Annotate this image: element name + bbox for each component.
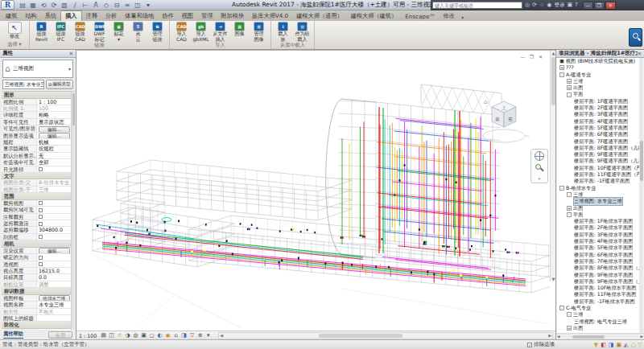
view-scale-button[interactable]: 1 : 100	[79, 333, 97, 339]
panel-label[interactable]: 导入	[171, 42, 270, 50]
visual-style-icon[interactable]: ◫	[108, 332, 115, 339]
canvas-vertical-scrollbar[interactable]: ▲ ▼	[550, 51, 555, 281]
drag-elements-icon[interactable]: ○	[631, 341, 636, 349]
tree-item[interactable]: -平面	[557, 211, 643, 218]
application-menu-button[interactable]: R	[1, 0, 14, 10]
measure-icon[interactable]: ∕	[70, 1, 80, 10]
drawing-area[interactable]: 上前右⌂ — ❐ ✕ ▾ ▲ ▼ 1 : 100 ▤◫☼◑◍▣◻◐◉⌂◨▽⊕▾ …	[76, 50, 555, 339]
collapse-icon[interactable]: -	[559, 72, 564, 77]
tree-item[interactable]: 楼层平面: 7F给排水平面图	[557, 258, 643, 265]
select-by-face-icon[interactable]: ◭	[624, 341, 628, 349]
tree-item[interactable]: 楼层平面: 2F暖通平面图	[557, 105, 643, 111]
temporary-view-icon[interactable]: ◨	[180, 332, 188, 339]
property-value[interactable]: 调整	[37, 281, 75, 287]
image-button[interactable]: ▦图像	[230, 22, 249, 37]
filter-icon[interactable]: ▼	[594, 341, 598, 349]
property-value[interactable]: 机械	[37, 139, 75, 145]
tab-建模大师（建筑）[interactable]: 建模大师（建筑）	[347, 11, 402, 21]
tab-体量和场地[interactable]: 体量和场地	[121, 11, 158, 21]
collapse-icon[interactable]: -	[567, 192, 572, 197]
tree-item-selected[interactable]: 三维视图: 水专业三维	[557, 198, 643, 204]
tab-管理[interactable]: 管理	[197, 11, 217, 21]
property-checkbox[interactable]	[39, 256, 43, 260]
expand-icon[interactable]: +	[559, 65, 564, 70]
navbar-caret-icon[interactable]: ▾	[539, 176, 541, 181]
shadows-icon[interactable]: ◑	[124, 332, 131, 339]
import-gbxml-button[interactable]: gb导入gbXML	[192, 22, 210, 42]
restore-button[interactable]: ❐	[594, 2, 605, 10]
tab-结构[interactable]: 结构	[21, 11, 40, 21]
tree-item[interactable]: 楼层平面: 6F暖通平面图	[557, 131, 643, 138]
browser-horizontal-scrollbar[interactable]: ◀ ▶	[556, 333, 644, 339]
text-icon[interactable]: A	[91, 1, 101, 10]
detail-level-icon[interactable]: ▤	[100, 332, 107, 339]
property-value[interactable]: 水专业三维	[37, 302, 75, 307]
subscription-icon[interactable]: ⟳	[532, 1, 537, 10]
property-section[interactable]: 文字▴	[2, 173, 75, 180]
selection-count-icon[interactable]: ▽	[638, 341, 642, 349]
tree-item[interactable]: -三维	[557, 311, 643, 318]
property-value[interactable]	[37, 207, 75, 212]
panel-label[interactable]: 链接	[31, 42, 168, 50]
tab-建模大师（通用）[interactable]: 建模大师（通用）	[292, 11, 347, 21]
expand-icon[interactable]: +	[567, 206, 572, 211]
tree-item[interactable]: 楼层平面: -1F暖通平面图	[557, 178, 643, 184]
property-value[interactable]	[37, 234, 75, 240]
property-value[interactable]: 三维	[37, 187, 75, 192]
select-links-icon[interactable]: ◧	[601, 341, 606, 349]
property-value[interactable]	[37, 254, 75, 260]
dwf-markup-button[interactable]: DWFDWF标记	[90, 22, 109, 42]
property-value[interactable]: 1 : 100	[37, 99, 75, 105]
property-checkbox[interactable]	[39, 201, 43, 205]
property-value[interactable]: 100	[37, 105, 75, 111]
tree-item[interactable]: 楼层平面: 9F暖通平面图（儿童）	[557, 158, 643, 164]
help-icon[interactable]: ?	[575, 1, 578, 10]
tree-item[interactable]: 楼层平面: 10F给排水平面图（产科）	[557, 285, 643, 291]
properties-scrollbar[interactable]	[71, 92, 75, 330]
property-checkbox[interactable]	[39, 222, 43, 226]
tree-item[interactable]: 楼层平面: 9F给排水平面图	[557, 272, 643, 278]
import-cad-button[interactable]: CAD导入CAD	[172, 22, 191, 42]
insert-from-file-button[interactable]: ⇥从文件插入	[211, 22, 229, 42]
expand-icon[interactable]: +	[567, 85, 572, 90]
switch-windows-icon[interactable]: ▾	[143, 1, 153, 10]
browser-scroll-right-icon[interactable]: ▶	[641, 335, 643, 339]
tree-item[interactable]: 楼层平面: -1F给排水平面图	[557, 298, 643, 305]
temporary-hide-icon[interactable]: ◐	[156, 332, 163, 339]
modify-cursor-button[interactable]: ↖修改	[2, 22, 27, 39]
tree-item[interactable]: 楼层平面: 1F暖通平面图	[557, 98, 643, 105]
render-icon[interactable]: ◍	[132, 332, 139, 339]
reveal-constraints-icon[interactable]: ▽	[188, 332, 196, 339]
exchange-apps-icon[interactable]: ▣	[567, 1, 572, 10]
tree-item[interactable]: 楼层平面: 7F暖通平面图	[557, 138, 643, 145]
property-value[interactable]	[37, 214, 75, 220]
instance-selector[interactable]: 三维视图: 水专业三维 ▾	[2, 80, 44, 89]
tab-附加模块[interactable]: 附加模块	[217, 11, 248, 21]
tree-item[interactable]: +出图	[557, 325, 643, 331]
favorites-icon[interactable]: ☆	[539, 1, 544, 10]
property-value[interactable]: B-给排水专业	[37, 179, 75, 185]
view-restore-icon[interactable]: ❐	[528, 54, 535, 60]
load-family-button[interactable]: ⇓载入族	[274, 22, 292, 42]
tree-item[interactable]: 楼层平面: 1F给排水平面图	[557, 218, 643, 224]
tab-插入[interactable]: 插入	[60, 10, 81, 21]
default-3d-view-icon[interactable]: ◇	[101, 1, 111, 10]
tree-item[interactable]: +出图	[557, 205, 643, 211]
property-value[interactable]: 全部显示	[37, 329, 75, 330]
property-value[interactable]: 16215.0	[37, 268, 75, 273]
sign-in-button[interactable]: 登录	[554, 2, 564, 9]
tree-item[interactable]: -C-电气专业	[557, 305, 643, 311]
property-checkbox[interactable]	[39, 208, 43, 212]
section-icon[interactable]: ⊟	[112, 1, 122, 10]
tabs-caret-icon[interactable]: ▾	[459, 14, 466, 21]
scroll-left-icon[interactable]: ◀	[220, 333, 223, 338]
scroll-right-icon[interactable]: ▶	[548, 333, 551, 338]
collapse-icon[interactable]: -	[559, 306, 564, 310]
tab-协作[interactable]: 协作	[158, 11, 177, 21]
apply-button[interactable]: 应用	[48, 331, 72, 339]
property-value[interactable]: 给排水三维	[37, 295, 75, 301]
browser-scrollbar[interactable]	[639, 58, 643, 333]
point-cloud-button[interactable]: ⠿点云	[129, 22, 147, 42]
tree-item[interactable]: +出图	[557, 84, 643, 91]
link-revit-button[interactable]: R链接Revit	[32, 22, 51, 42]
